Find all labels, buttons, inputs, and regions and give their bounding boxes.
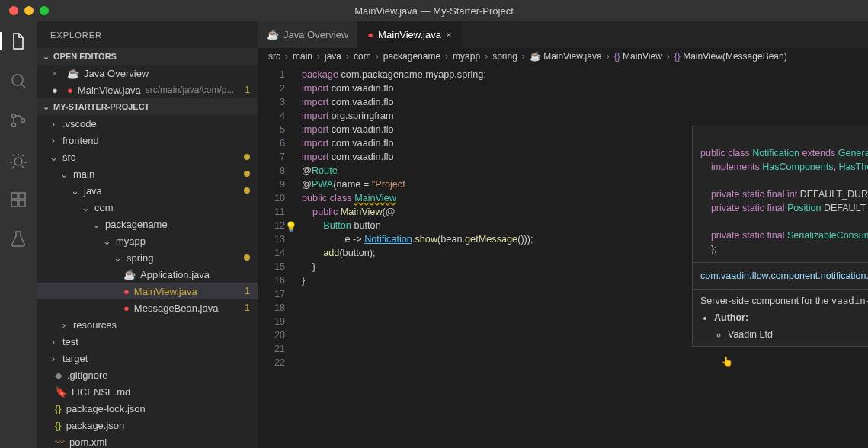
sidebar: EXPLORER ⌄OPEN EDITORS ×☕Java Overview●●… xyxy=(37,21,258,448)
breadcrumb-item[interactable]: myapp xyxy=(453,51,480,62)
source-control-tab[interactable] xyxy=(0,108,37,133)
svg-point-4 xyxy=(14,158,22,165)
svg-rect-5 xyxy=(11,193,18,199)
tree-item[interactable]: ◆.gitignore xyxy=(37,366,258,383)
svg-point-3 xyxy=(21,119,25,123)
breadcrumb-item[interactable]: ☕ MainView.java xyxy=(530,51,602,62)
open-editor-item[interactable]: ●●MainView.java src/main/java/com/p...1 xyxy=(37,82,258,98)
window-title: MainView.java — My-Starter-Project xyxy=(0,5,868,17)
tree-item[interactable]: {}package.json xyxy=(37,417,258,434)
extensions-tab[interactable] xyxy=(0,187,37,212)
tree-item[interactable]: ⌄packagename xyxy=(37,216,258,232)
debug-tab[interactable] xyxy=(0,148,37,172)
tree-item[interactable]: {}package-lock.json xyxy=(37,400,258,417)
svg-point-1 xyxy=(12,114,16,118)
tree-item[interactable]: ⌄java xyxy=(37,182,258,199)
tree-item[interactable]: 〰pom.xml xyxy=(37,434,258,448)
test-tab[interactable] xyxy=(0,227,37,251)
tree-item[interactable]: ●MessageBean.java1 xyxy=(37,299,258,316)
notification-link[interactable]: Notification xyxy=(364,234,412,245)
tree-item[interactable]: ›test xyxy=(37,333,258,350)
hover-fqn: com.vaadin.flow.component.notification.N… xyxy=(693,263,868,289)
tree-item[interactable]: ›frontend xyxy=(37,132,258,149)
tab-bar: ☕Java Overview●MainView.java× xyxy=(258,21,868,48)
editor-area: ☕Java Overview●MainView.java× src›main›j… xyxy=(258,21,868,448)
editor-tab[interactable]: ☕Java Overview xyxy=(258,21,358,48)
hover-doc: Server-side component for the vaadin-not… xyxy=(693,290,868,346)
sidebar-title: EXPLORER xyxy=(37,21,258,48)
tree-item[interactable]: ☕Application.java xyxy=(37,266,258,283)
project-section[interactable]: ⌄MY-STARTER-PROJECT xyxy=(37,98,258,115)
breadcrumb-item[interactable]: src xyxy=(268,51,280,62)
titlebar: MainView.java — My-Starter-Project xyxy=(0,0,868,21)
tree-item[interactable]: ›.vscode xyxy=(37,115,258,132)
open-editors-section[interactable]: ⌄OPEN EDITORS xyxy=(37,48,258,65)
breadcrumb-item[interactable]: {} MainView xyxy=(614,51,662,62)
breadcrumb[interactable]: src›main›java›com›packagename›myapp›spri… xyxy=(258,48,868,65)
tree-item[interactable]: ›resources xyxy=(37,316,258,333)
tree-item[interactable]: ⌄spring xyxy=(37,249,258,266)
svg-point-0 xyxy=(12,75,23,85)
open-editor-item[interactable]: ×☕Java Overview xyxy=(37,65,258,82)
breadcrumb-item[interactable]: packagename xyxy=(383,51,440,62)
explorer-tab[interactable] xyxy=(0,29,37,53)
breadcrumb-item[interactable]: main xyxy=(293,51,312,62)
line-gutter: 12345678910111213141516171819202122 xyxy=(258,65,296,448)
file-tree: ›.vscode›frontend⌄src⌄main⌄java⌄com⌄pack… xyxy=(37,115,258,448)
tree-item[interactable]: ⌄com xyxy=(37,199,258,216)
activity-bar xyxy=(0,21,37,448)
tree-item[interactable]: ⌄main xyxy=(37,165,258,182)
hover-tooltip[interactable]: public class Notification extends Genera… xyxy=(692,126,868,347)
search-tab[interactable] xyxy=(0,69,37,93)
breadcrumb-item[interactable]: spring xyxy=(492,51,517,62)
svg-point-2 xyxy=(12,123,16,127)
svg-rect-8 xyxy=(19,193,25,199)
tree-item[interactable]: ›target xyxy=(37,350,258,366)
breadcrumb-item[interactable]: com xyxy=(354,51,371,62)
close-tab-icon[interactable]: × xyxy=(446,29,452,40)
tree-item[interactable]: ⌄myapp xyxy=(37,232,258,249)
tree-item[interactable]: ⌄src xyxy=(37,149,258,165)
svg-rect-6 xyxy=(11,200,18,206)
editor-tab[interactable]: ●MainView.java× xyxy=(358,21,461,48)
breadcrumb-item[interactable]: java xyxy=(325,51,341,62)
breadcrumb-item[interactable]: {} MainView(MessageBean) xyxy=(674,51,787,62)
tree-item[interactable]: ●MainView.java1 xyxy=(37,283,258,299)
svg-rect-7 xyxy=(19,200,25,206)
tree-item[interactable]: 🔖LICENSE.md xyxy=(37,383,258,400)
